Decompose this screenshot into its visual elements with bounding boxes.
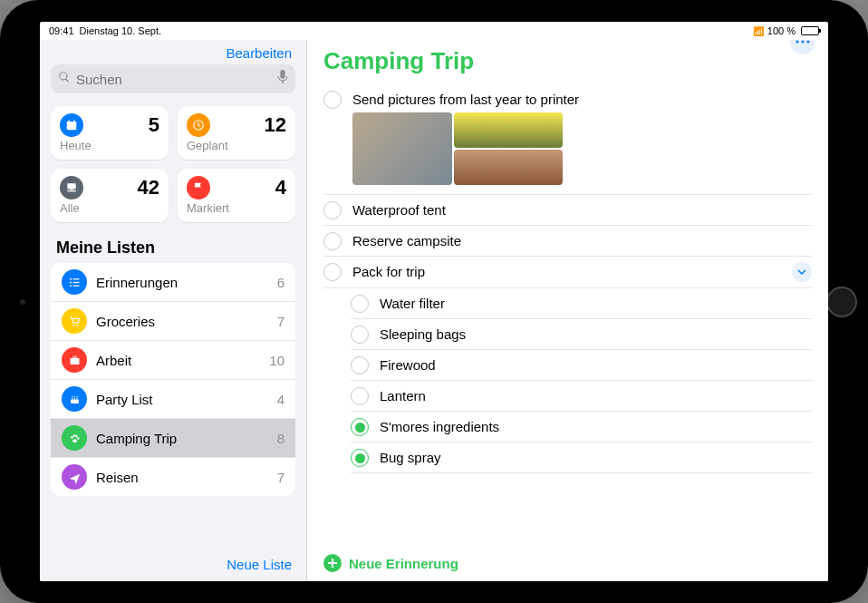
svg-point-27 xyxy=(806,40,809,43)
reminder-text: Reserve campsite xyxy=(352,231,812,250)
smart-card-heute[interactable]: 5 Heute xyxy=(51,106,169,160)
list-title: Camping Trip xyxy=(307,40,828,84)
wifi-icon xyxy=(753,25,764,36)
reminder-text: Waterproof tent xyxy=(352,200,812,219)
main-panel: Camping Trip Send pictures from last yea… xyxy=(307,40,828,581)
svg-rect-3 xyxy=(73,120,74,122)
list-count: 7 xyxy=(277,470,285,485)
calendar-icon xyxy=(60,113,83,137)
smart-count: 4 xyxy=(275,176,286,199)
svg-point-6 xyxy=(70,277,72,279)
reminder-text: Lantern xyxy=(380,386,812,405)
reminder-images[interactable] xyxy=(352,112,812,185)
smart-card-alle[interactable]: 42 Alle xyxy=(51,169,169,222)
list-row[interactable]: Erinnerungen 6 xyxy=(51,263,295,302)
reminder-row[interactable]: Send pictures from last year to printer xyxy=(323,84,812,195)
svg-rect-11 xyxy=(72,285,79,286)
expand-button[interactable] xyxy=(792,262,812,282)
reminder-checkbox[interactable] xyxy=(323,201,342,219)
reminder-row[interactable]: Waterproof tent xyxy=(323,195,812,226)
svg-point-22 xyxy=(72,434,75,437)
new-reminder-button[interactable]: Neue Erinnerung xyxy=(307,545,828,581)
smart-count: 5 xyxy=(149,113,159,137)
search-field[interactable] xyxy=(51,64,295,93)
lists-header: Meine Listen xyxy=(51,237,295,263)
svg-rect-9 xyxy=(72,281,79,282)
inbox-icon xyxy=(60,176,83,199)
list-row[interactable]: Arbeit 10 xyxy=(51,341,295,380)
list-row[interactable]: Reisen 7 xyxy=(51,458,295,496)
reminder-checkbox[interactable] xyxy=(351,295,369,313)
reminder-checkbox[interactable] xyxy=(351,387,369,405)
reminder-row[interactable]: Reserve campsite xyxy=(323,226,812,257)
paw-icon xyxy=(62,425,87,451)
svg-point-19 xyxy=(76,395,77,396)
reminder-row[interactable]: Firewood xyxy=(351,350,812,381)
plus-circle-icon xyxy=(323,554,342,572)
list-count: 10 xyxy=(269,353,285,368)
status-date: Dienstag 10. Sept. xyxy=(80,25,162,36)
smart-label: Geplant xyxy=(187,139,286,152)
reminder-checkbox[interactable] xyxy=(323,263,342,281)
svg-point-13 xyxy=(76,324,78,326)
list-count: 8 xyxy=(277,431,285,446)
smart-card-markiert[interactable]: 4 Markiert xyxy=(178,169,295,222)
reminder-checkbox[interactable] xyxy=(323,91,342,109)
reminder-text: Bug spray xyxy=(380,448,812,467)
smart-label: Alle xyxy=(60,201,159,215)
list-name: Camping Trip xyxy=(96,431,268,446)
list-name: Arbeit xyxy=(96,353,260,368)
reminder-row[interactable]: S'mores ingredients xyxy=(351,412,812,443)
image-thumb[interactable] xyxy=(352,112,452,185)
svg-point-21 xyxy=(71,436,73,439)
reminder-checkbox[interactable] xyxy=(351,418,369,436)
reminder-row[interactable]: Water filter xyxy=(351,288,812,319)
svg-point-25 xyxy=(796,40,798,43)
home-button[interactable] xyxy=(826,287,857,317)
search-icon xyxy=(58,71,71,87)
mic-icon[interactable] xyxy=(277,70,288,88)
svg-rect-14 xyxy=(70,358,79,365)
smart-count: 12 xyxy=(265,113,286,137)
search-input[interactable] xyxy=(76,72,272,87)
plane-icon xyxy=(62,464,87,490)
svg-point-26 xyxy=(801,40,804,43)
battery-percent: 100 % xyxy=(767,25,796,36)
smart-label: Heute xyxy=(60,139,159,152)
smart-count: 42 xyxy=(138,176,159,199)
status-bar: 09:41 Dienstag 10. Sept. 100 % xyxy=(40,22,828,40)
reminder-row[interactable]: Pack for trip xyxy=(323,257,812,288)
reminder-row[interactable]: Sleeping bags xyxy=(351,319,812,350)
reminder-text: Sleeping bags xyxy=(380,325,812,344)
svg-point-17 xyxy=(72,395,72,396)
new-list-button[interactable]: Neue Liste xyxy=(227,557,292,572)
reminder-checkbox[interactable] xyxy=(323,232,342,250)
reminder-text: S'mores ingredients xyxy=(380,417,812,436)
new-reminder-label: Neue Erinnerung xyxy=(349,556,458,571)
reminder-text: Send pictures from last year to printer xyxy=(352,90,812,109)
svg-rect-15 xyxy=(72,356,76,358)
list-name: Party List xyxy=(96,392,268,407)
smart-label: Markiert xyxy=(187,201,286,215)
edit-button[interactable]: Bearbeiten xyxy=(226,45,292,61)
reminder-row[interactable]: Bug spray xyxy=(351,443,812,473)
list-count: 4 xyxy=(277,392,285,407)
svg-point-8 xyxy=(70,281,72,283)
reminder-text: Pack for trip xyxy=(352,262,781,281)
svg-rect-5 xyxy=(67,190,75,191)
cart-icon xyxy=(62,308,87,334)
list-row[interactable]: Camping Trip 8 xyxy=(51,419,295,458)
reminder-checkbox[interactable] xyxy=(351,449,369,467)
reminder-checkbox[interactable] xyxy=(351,326,369,344)
image-thumb[interactable] xyxy=(454,112,563,185)
list-name: Erinnerungen xyxy=(96,275,268,290)
reminder-row[interactable]: Lantern xyxy=(351,381,812,412)
smart-card-geplant[interactable]: 12 Geplant xyxy=(178,106,295,160)
list-count: 6 xyxy=(277,275,285,290)
reminder-checkbox[interactable] xyxy=(351,356,369,374)
list-count: 7 xyxy=(277,314,285,329)
list-row[interactable]: Party List 4 xyxy=(51,380,295,419)
svg-point-23 xyxy=(75,434,78,437)
list-row[interactable]: Groceries 7 xyxy=(51,302,295,341)
clock-icon xyxy=(187,113,210,137)
